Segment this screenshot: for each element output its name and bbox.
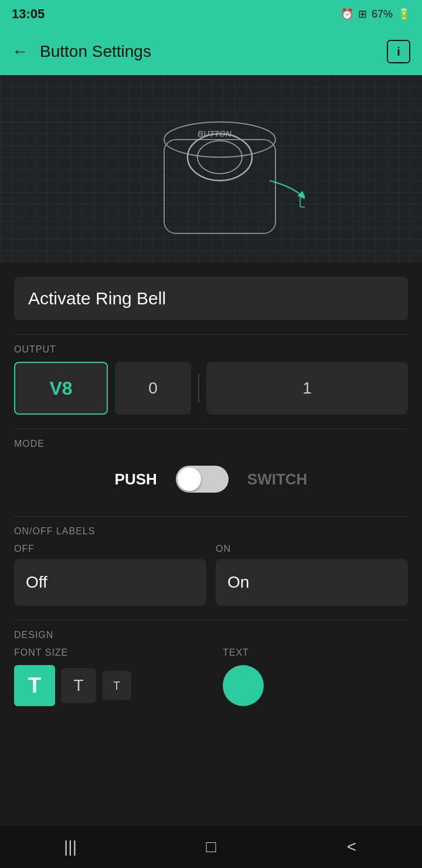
info-button[interactable]: i	[387, 40, 410, 63]
design-section-label: DESIGN	[14, 630, 408, 640]
output-separator	[198, 374, 199, 403]
font-large-button[interactable]: T	[14, 665, 55, 706]
mode-toggle[interactable]	[176, 466, 229, 493]
font-size-col: FONT SIZE T T T	[14, 647, 199, 706]
device-illustration: BUTTON PIN	[0, 75, 422, 263]
on-sub-label: ON	[216, 544, 408, 554]
output-section-label: OUTPUT	[14, 344, 408, 355]
app-bar: ← Button Settings i	[0, 28, 422, 75]
output-row: V8 0 1	[14, 362, 408, 415]
battery-level: 67%	[372, 8, 393, 21]
on-col: ON On	[216, 544, 408, 606]
mode-section-label: MODE	[14, 439, 408, 449]
nav-menu-button[interactable]: |||	[47, 832, 94, 862]
off-col: OFF Off	[14, 544, 206, 606]
nav-back-button[interactable]: <	[328, 832, 375, 862]
text-color-picker[interactable]	[223, 665, 264, 706]
onoff-divider	[14, 516, 408, 517]
off-sub-label: OFF	[14, 544, 206, 554]
mode-row: PUSH SWITCH	[14, 456, 408, 502]
main-content: Activate Ring Bell OUTPUT V8 0 1 MODE PU…	[0, 277, 422, 753]
output-v8-button[interactable]: V8	[14, 362, 108, 415]
design-row: FONT SIZE T T T TEXT	[14, 647, 408, 706]
bottom-nav: ||| □ <	[0, 826, 422, 868]
switch-label: SWITCH	[247, 470, 308, 489]
nav-home-button[interactable]: □	[188, 832, 234, 862]
status-bar: 13:05 ⏰ ⊞ 67% 🔋	[0, 0, 422, 28]
text-color-col: TEXT	[223, 647, 408, 706]
page-title: Button Settings	[40, 42, 375, 61]
off-field[interactable]: Off	[14, 559, 206, 606]
output-val0-button[interactable]: 0	[115, 362, 191, 415]
name-field[interactable]: Activate Ring Bell	[14, 277, 408, 320]
toggle-knob	[178, 467, 201, 491]
font-size-row: T T T	[14, 665, 199, 706]
svg-rect-0	[164, 140, 275, 233]
signal-icon: ⊞	[358, 8, 367, 21]
text-color-label: TEXT	[223, 647, 408, 658]
onoff-row: OFF Off ON On	[14, 544, 408, 606]
onoff-section-label: ON/OFF LABELS	[14, 526, 408, 537]
push-label: PUSH	[115, 470, 157, 489]
mode-divider	[14, 429, 408, 429]
output-val1-button[interactable]: 1	[206, 362, 408, 415]
font-small-button[interactable]: T	[102, 671, 131, 700]
button-device-svg: BUTTON PIN	[117, 93, 305, 245]
status-icons: ⏰ ⊞ 67% 🔋	[341, 8, 410, 21]
font-medium-button[interactable]: T	[61, 668, 96, 703]
name-field-value: Activate Ring Bell	[28, 289, 166, 308]
font-size-label: FONT SIZE	[14, 647, 199, 658]
design-divider	[14, 620, 408, 621]
status-time: 13:05	[12, 6, 45, 22]
battery-icon: 🔋	[397, 8, 410, 21]
alarm-icon: ⏰	[341, 8, 353, 21]
back-button[interactable]: ←	[12, 42, 28, 61]
on-field[interactable]: On	[216, 559, 408, 606]
output-divider	[14, 334, 408, 335]
